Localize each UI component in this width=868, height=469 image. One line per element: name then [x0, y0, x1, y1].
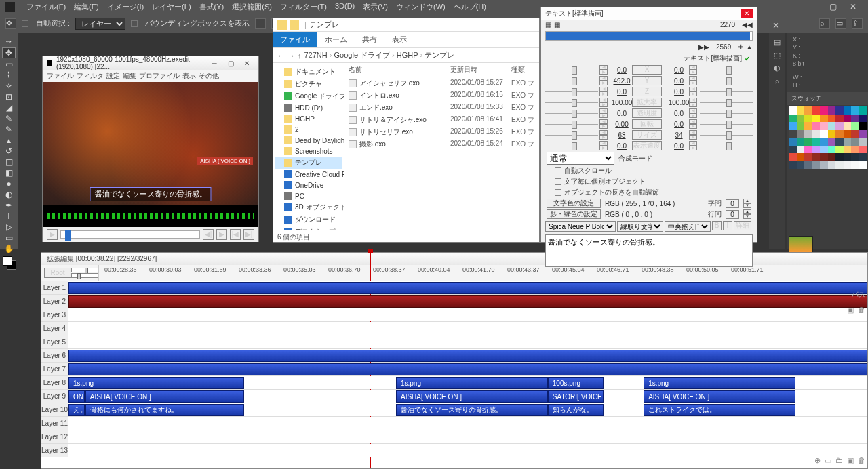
param-value-right[interactable]: 0.0 — [667, 121, 690, 128]
swatch[interactable] — [812, 146, 821, 154]
layer-label[interactable]: Layer 8 — [41, 376, 68, 389]
align-select[interactable]: 中央揃え[下] — [665, 221, 711, 232]
file-row[interactable]: 撮影.exo2020/01/08 15:24EXO フ — [344, 138, 539, 150]
document-close-icon[interactable]: ✕ — [769, 19, 783, 33]
swatch[interactable] — [859, 138, 867, 146]
add-icon[interactable]: ✚ — [738, 43, 743, 51]
spinner[interactable]: ◀▶ — [599, 87, 608, 96]
swatch[interactable] — [859, 122, 867, 130]
path-panel-tab[interactable]: パス — [852, 290, 865, 300]
swatch[interactable] — [828, 161, 836, 169]
swatch[interactable] — [844, 106, 852, 115]
swatch[interactable] — [812, 122, 821, 130]
layer-track[interactable] — [68, 335, 867, 348]
file-row[interactable]: サトリセリフ.exo2020/01/08 15:26EXO フ — [344, 126, 539, 138]
checkbox[interactable] — [555, 178, 561, 185]
folder-icon[interactable]: 🗀 — [835, 456, 843, 465]
swatch[interactable] — [812, 106, 821, 115]
ribbon-tab[interactable]: ファイル — [273, 32, 317, 47]
tree-item[interactable]: デスクトップ — [275, 226, 342, 230]
param-slider[interactable] — [700, 121, 753, 127]
swatch[interactable] — [820, 122, 828, 130]
pen-tool-icon[interactable]: ✒ — [2, 201, 16, 210]
param-label-button[interactable]: Y — [632, 76, 662, 85]
italic-button[interactable]: I — [723, 221, 732, 230]
history-brush-tool-icon[interactable]: ↺ — [2, 146, 16, 156]
swatch[interactable] — [844, 146, 852, 154]
swatch[interactable] — [828, 138, 836, 146]
timeline-clip[interactable]: これストライクでは。 — [644, 404, 795, 416]
swatch[interactable] — [859, 161, 867, 169]
swatch[interactable] — [797, 146, 805, 154]
layer-label[interactable]: Layer 5 — [41, 335, 68, 348]
align-icon[interactable] — [255, 18, 266, 29]
healing-tool-icon[interactable]: ✎ — [2, 114, 16, 123]
tree-item[interactable]: Screenshots — [275, 146, 342, 157]
trash-icon[interactable]: 🗑 — [858, 306, 865, 314]
tree-item[interactable]: Creative Cloud File — [275, 169, 342, 180]
swatch[interactable] — [820, 138, 828, 146]
ribbon-tab[interactable]: 表示 — [385, 32, 414, 47]
text-content-textarea[interactable]: 醤油でなくソース寄りの骨折感。 — [545, 234, 753, 267]
font-select[interactable]: Spica Neue P Bold — [545, 221, 616, 232]
navigator-thumbnail[interactable] — [789, 236, 813, 253]
spinner[interactable]: ◀▶ — [599, 108, 608, 118]
aviutl-menu-item[interactable]: プロファイル — [139, 71, 180, 81]
breadcrumb[interactable]: ← → ↑ 727NH › Google ドライブ › HGHP › テンプレ — [273, 48, 539, 63]
swatch[interactable] — [835, 153, 844, 161]
aviutl-menu-item[interactable]: 設定 — [106, 71, 120, 81]
share-icon[interactable]: ⇪ — [852, 18, 863, 29]
check-icon[interactable]: ✔ — [745, 55, 750, 62]
spinner[interactable]: ◀▶ — [689, 130, 697, 140]
swatch[interactable] — [859, 146, 867, 154]
param-slider[interactable] — [545, 131, 598, 138]
param-label-button[interactable]: 回転 — [632, 119, 662, 129]
swatch[interactable] — [820, 106, 828, 115]
swatch[interactable] — [812, 138, 821, 146]
swatch[interactable] — [820, 161, 828, 169]
swatch[interactable] — [820, 153, 828, 161]
col-type[interactable]: 種類 — [511, 65, 525, 75]
col-name[interactable]: 名前 — [349, 65, 450, 75]
layer-track[interactable] — [68, 363, 867, 375]
timeline-clip[interactable] — [68, 363, 867, 375]
param-value-right[interactable]: 100.00 — [667, 99, 690, 106]
breadcrumb-item[interactable]: Google ドライブ — [334, 51, 391, 59]
ribbon-tab[interactable]: 共有 — [355, 32, 384, 47]
swatch[interactable] — [797, 161, 805, 169]
explorer-titlebar[interactable]: | テンプレ — [273, 18, 539, 32]
maximize-icon[interactable]: ▢ — [823, 1, 842, 13]
file-row[interactable]: サトリ＆アイシャ.exo2020/01/08 16:41EXO フ — [344, 114, 539, 126]
swatch[interactable] — [789, 122, 797, 130]
brush-tool-icon[interactable]: ✎ — [2, 125, 16, 134]
stamp-tool-icon[interactable]: ▴ — [2, 136, 16, 145]
swatch[interactable] — [835, 106, 844, 115]
timeline-clip[interactable]: AISHA[ VOICE ON ] — [85, 390, 244, 403]
magic-wand-tool-icon[interactable]: ✧ — [2, 81, 16, 91]
swatch[interactable] — [804, 130, 812, 138]
spinner[interactable]: ◀▶ — [599, 141, 608, 150]
swatch[interactable] — [835, 130, 844, 138]
swatch[interactable] — [851, 153, 859, 161]
skip-fwd-icon[interactable]: ▶| — [243, 229, 254, 240]
timeline-clip[interactable]: 1s.png — [68, 377, 244, 389]
swatch[interactable] — [804, 122, 812, 130]
timeline-clip[interactable]: 醤油でなくソース寄りの骨折感。 — [396, 404, 548, 416]
aviutl-menu-item[interactable]: その他 — [199, 71, 219, 81]
layer-label[interactable]: Layer 6 — [41, 349, 68, 362]
file-row[interactable]: アイシャセリフ.exo2020/01/08 15:27EXO フ — [344, 77, 539, 89]
tree-item[interactable]: HDD (D:) — [275, 102, 342, 113]
up-icon[interactable]: ▲ — [746, 43, 753, 51]
swatch[interactable] — [789, 161, 797, 169]
file-row[interactable]: エンド.exo2020/01/08 15:33EXO フ — [344, 102, 539, 114]
swatch[interactable] — [851, 122, 859, 130]
aviutl-menu-item[interactable]: ファイル — [47, 71, 74, 81]
layer-track[interactable]: 1s.png1s.png100s.png1s.png — [68, 376, 867, 389]
timeline-clip[interactable] — [68, 282, 867, 294]
aviutl-titlebar[interactable]: 1920x1080_60000-1001fps_48000Hz.exedit (… — [43, 56, 258, 70]
swatch[interactable] — [851, 161, 859, 169]
swatch[interactable] — [835, 161, 844, 169]
swatch[interactable] — [851, 146, 859, 154]
workspace-icon[interactable]: ▭ — [835, 18, 846, 29]
adjustments-icon[interactable]: ◐ — [774, 64, 781, 73]
